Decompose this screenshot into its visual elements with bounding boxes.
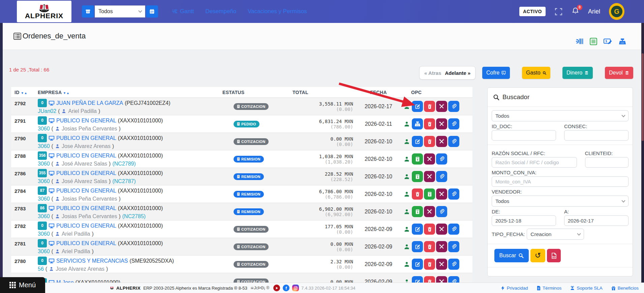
- edit-button[interactable]: [412, 241, 423, 252]
- scrollbar-thumb[interactable]: [642, 53, 644, 141]
- tools-button[interactable]: [436, 259, 447, 270]
- company-link[interactable]: PUBLICO EN GENERAL: [56, 169, 116, 177]
- facebook-icon[interactable]: f: [283, 285, 289, 291]
- clip-button[interactable]: [448, 224, 459, 235]
- invoice-button[interactable]: $: [412, 171, 423, 182]
- company-link[interactable]: PUBLICO EN GENERAL: [56, 222, 116, 230]
- doc-type-select[interactable]: Todos: [492, 110, 628, 121]
- table-row[interactable]: 0 M Jose (XAXX010101000) COTIZACION 0.00…: [11, 273, 472, 283]
- edit-button[interactable]: [412, 224, 423, 235]
- clip-button[interactable]: [448, 276, 459, 283]
- razon-social-input[interactable]: [492, 157, 577, 168]
- table-row[interactable]: 2790 0 PUBLICO EN GENERAL (XAXX010101000…: [11, 133, 472, 150]
- table-row[interactable]: 2783 86 PUBLICO EN GENERAL (XAXX01010100…: [11, 203, 472, 221]
- client-code-link[interactable]: 56: [38, 265, 44, 273]
- terms-link[interactable]: Términos: [537, 286, 561, 291]
- tools-button[interactable]: [436, 276, 447, 283]
- tools-button[interactable]: [436, 224, 447, 235]
- company-link[interactable]: JUAN PEÑA DE LA GARZA: [56, 99, 123, 107]
- instagram-icon[interactable]: [292, 285, 299, 291]
- invoice-button[interactable]: $: [412, 206, 423, 217]
- client-code-link[interactable]: 3060: [38, 160, 50, 168]
- cofre-button[interactable]: Cofre: [482, 67, 510, 79]
- next-page-button[interactable]: Adelante »: [445, 70, 470, 76]
- client-code-link[interactable]: 3060: [38, 142, 50, 150]
- module-select[interactable]: Todos: [95, 5, 145, 18]
- clip-button[interactable]: [448, 259, 459, 270]
- company-link[interactable]: PUBLICO EN GENERAL: [56, 134, 116, 142]
- table-row[interactable]: 2792 0 JUAN PEÑA DE LA GARZA (PEGJ741002…: [11, 98, 472, 115]
- clip-button[interactable]: [448, 118, 459, 129]
- table-row[interactable]: 2791 0 PUBLICO EN GENERAL (XAXX010101000…: [11, 115, 472, 133]
- invoice-button[interactable]: $: [424, 188, 435, 200]
- company-link[interactable]: PUBLICO EN GENERAL: [56, 239, 116, 247]
- table-row[interactable]: 2788 356 PUBLICO EN GENERAL (XAXX0101010…: [11, 150, 472, 168]
- notifications-bell[interactable]: 0: [572, 7, 579, 16]
- table-row[interactable]: 2780 0 SERVICIOS Y MERCANCIAS (SME920525…: [11, 256, 472, 273]
- calendar-button[interactable]: [146, 5, 158, 18]
- tools-button[interactable]: [424, 206, 435, 217]
- privacy-link[interactable]: Privacidad: [501, 286, 528, 291]
- invoice-edit-icon[interactable]: $: [604, 38, 612, 45]
- tools-button[interactable]: [436, 118, 447, 129]
- table-row[interactable]: 2784 87 PUBLICO EN GENERAL (XAXX01010100…: [11, 185, 472, 203]
- client-code-link[interactable]: 3060: [38, 230, 50, 238]
- tools-button[interactable]: [436, 188, 447, 200]
- clip-button[interactable]: [448, 241, 459, 252]
- dinero-button[interactable]: Dinero: [562, 67, 593, 79]
- clip-button[interactable]: [436, 171, 447, 182]
- clip-button[interactable]: [448, 136, 459, 147]
- alpherix-logo[interactable]: ALPHERIX: [17, 1, 71, 22]
- vendedor-select[interactable]: Todos: [492, 196, 628, 207]
- client-code-link[interactable]: 3060: [38, 247, 50, 255]
- scrollbar[interactable]: [641, 23, 644, 283]
- avatar[interactable]: G: [609, 3, 624, 20]
- id-doc-input[interactable]: [492, 130, 556, 141]
- barcode-scanner-icon[interactable]: [576, 38, 583, 45]
- client-code-link[interactable]: 3060: [38, 177, 50, 185]
- trash-button[interactable]: [412, 188, 423, 200]
- date-to-input[interactable]: [564, 215, 628, 226]
- tools-button[interactable]: [424, 171, 435, 182]
- tools-button[interactable]: [424, 153, 435, 165]
- trash-button[interactable]: [424, 224, 435, 235]
- buscar-button[interactable]: Buscar: [494, 249, 529, 262]
- sort-by-empresa[interactable]: EMPRESA ▼▲: [38, 90, 222, 95]
- trash-button[interactable]: [424, 101, 435, 112]
- client-code-link[interactable]: 3060: [38, 212, 50, 220]
- menu-button[interactable]: Menú: [0, 277, 45, 293]
- clienteid-input[interactable]: [585, 157, 628, 168]
- company-link[interactable]: PUBLICO EN GENERAL: [56, 187, 116, 195]
- gasto-button[interactable]: Gasto: [522, 67, 550, 79]
- green-list-icon[interactable]: [590, 38, 597, 45]
- trash-button[interactable]: [424, 241, 435, 252]
- sort-by-id[interactable]: ID ▼▲: [11, 90, 38, 95]
- tipo-fecha-select[interactable]: Creacion: [527, 229, 584, 240]
- tools-button[interactable]: [436, 241, 447, 252]
- tools-button[interactable]: [436, 101, 447, 112]
- edit-button[interactable]: [412, 259, 423, 270]
- trash-button[interactable]: [424, 276, 435, 283]
- client-code-link[interactable]: 3060: [38, 195, 50, 203]
- fullscreen-icon[interactable]: [554, 7, 563, 16]
- clip-button[interactable]: [448, 188, 459, 200]
- company-link[interactable]: PUBLICO EN GENERAL: [56, 117, 116, 124]
- table-row[interactable]: 2782 0 PUBLICO EN GENERAL (XAXX010101000…: [11, 221, 472, 238]
- table-row[interactable]: 2786 355 PUBLICO EN GENERAL (XAXX0101010…: [11, 168, 472, 185]
- nav-item-vacaciones[interactable]: Vacaciones y Permisos: [248, 8, 307, 15]
- clip-button[interactable]: [448, 101, 459, 112]
- date-from-input[interactable]: [492, 215, 556, 226]
- edit-button[interactable]: [412, 276, 423, 283]
- trash-button[interactable]: [424, 118, 435, 129]
- company-link[interactable]: PUBLICO EN GENERAL: [56, 204, 116, 212]
- prev-page-button[interactable]: « Atras: [424, 70, 441, 76]
- cash-register-icon[interactable]: [619, 38, 626, 45]
- credit-note-link[interactable]: (NC2787): [112, 177, 135, 185]
- benefits-link[interactable]: Beneficios: [611, 286, 639, 291]
- module-box-button[interactable]: [82, 5, 94, 18]
- credit-note-link[interactable]: (NC2789): [112, 160, 135, 168]
- nav-item-gantt[interactable]: Gantt: [172, 8, 194, 15]
- client-code-link[interactable]: JUan02: [38, 107, 56, 115]
- reset-button[interactable]: ↺: [530, 249, 545, 262]
- client-code-link[interactable]: 3060: [38, 125, 50, 133]
